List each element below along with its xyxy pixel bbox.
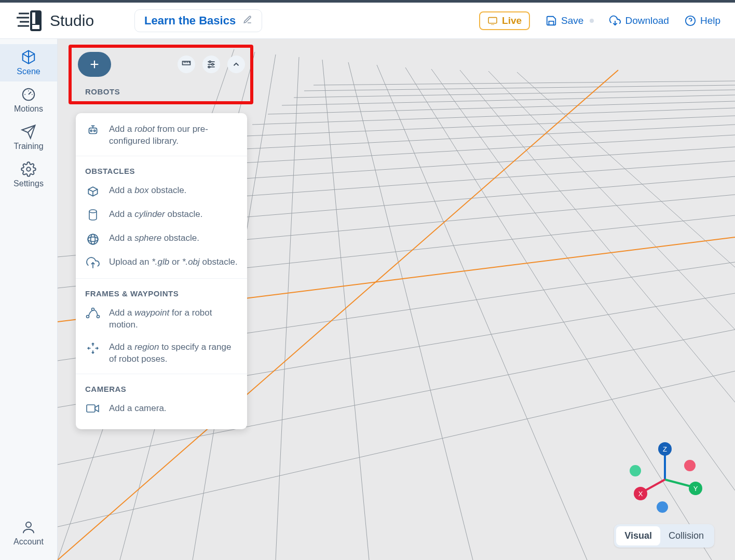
svg-point-57 bbox=[657, 501, 668, 513]
upload-icon bbox=[85, 256, 101, 270]
upload-obstacle-row[interactable]: Upload an *.glb or *.obj obstacle. bbox=[76, 251, 247, 275]
add-cylinder-text: Add a cylinder obstacle. bbox=[109, 209, 203, 221]
orientation-gizmo[interactable]: Z Y X bbox=[626, 441, 704, 518]
download-button[interactable]: Download bbox=[609, 15, 669, 26]
svg-point-12 bbox=[26, 522, 31, 527]
top-bar: Studio Learn the Basics Live Save Downlo… bbox=[0, 0, 735, 39]
project-title: Learn the Basics bbox=[144, 14, 236, 28]
svg-point-62 bbox=[209, 61, 211, 62]
svg-point-11 bbox=[26, 167, 31, 171]
add-button[interactable] bbox=[78, 52, 111, 77]
add-region-row[interactable]: Add a region to specify a range of robot… bbox=[76, 336, 247, 371]
add-waypoint-row[interactable]: Add a waypoint for a robot motion. bbox=[76, 302, 247, 336]
svg-point-70 bbox=[89, 210, 97, 213]
svg-point-69 bbox=[94, 130, 96, 131]
live-label: Live bbox=[502, 15, 522, 26]
robot-icon bbox=[85, 124, 101, 137]
add-region-text: Add a region to specify a range of robot… bbox=[109, 342, 238, 365]
cylinder-icon bbox=[85, 209, 101, 222]
svg-point-68 bbox=[90, 130, 92, 131]
plus-icon bbox=[89, 59, 100, 70]
send-icon bbox=[21, 124, 36, 140]
left-rail: Scene Motions Training Settings Account bbox=[0, 39, 58, 560]
svg-rect-2 bbox=[32, 25, 39, 29]
add-camera-row[interactable]: Add a camera. bbox=[76, 398, 247, 420]
svg-text:X: X bbox=[638, 490, 643, 498]
svg-point-64 bbox=[212, 63, 213, 65]
section-robots-title-hl: ROBOTS bbox=[72, 81, 250, 100]
project-title-pill[interactable]: Learn the Basics bbox=[134, 9, 262, 32]
section-obstacles-title: OBSTACLES bbox=[76, 159, 247, 180]
svg-point-72 bbox=[88, 237, 98, 242]
svg-point-66 bbox=[208, 66, 210, 67]
svg-point-77 bbox=[97, 315, 100, 318]
svg-point-56 bbox=[684, 460, 696, 471]
rail-motions-label: Motions bbox=[14, 104, 43, 114]
svg-rect-78 bbox=[87, 405, 95, 412]
waypoint-icon bbox=[85, 307, 101, 319]
chevron-up-icon bbox=[232, 60, 241, 69]
add-robot-text: Add a robot from our pre-configured libr… bbox=[109, 124, 238, 147]
help-button[interactable]: Help bbox=[685, 15, 720, 26]
rail-item-motions[interactable]: Motions bbox=[0, 81, 57, 119]
save-button[interactable]: Save bbox=[546, 15, 594, 26]
svg-rect-7 bbox=[488, 17, 497, 23]
sliders-icon bbox=[206, 59, 216, 70]
rail-item-account[interactable]: Account bbox=[0, 514, 57, 552]
logo-icon bbox=[17, 8, 44, 33]
rail-account-label: Account bbox=[13, 537, 44, 547]
app-logo: Studio bbox=[17, 8, 94, 33]
save-status-dot bbox=[590, 19, 594, 23]
live-button[interactable]: Live bbox=[479, 11, 530, 30]
add-sphere-row[interactable]: Add a sphere obstacle. bbox=[76, 227, 247, 251]
region-icon bbox=[85, 342, 101, 355]
gauge-icon bbox=[21, 87, 36, 102]
download-label: Download bbox=[625, 15, 669, 26]
top-actions: Live Save Download Help bbox=[479, 11, 720, 30]
svg-point-71 bbox=[88, 234, 98, 244]
upload-obstacle-text: Upload an *.glb or *.obj obstacle. bbox=[109, 256, 238, 268]
viz-visual[interactable]: Visual bbox=[616, 526, 660, 545]
svg-text:Y: Y bbox=[693, 485, 698, 493]
ruler-button[interactable] bbox=[178, 56, 195, 73]
section-frames-title: FRAMES & WAYPOINTS bbox=[76, 282, 247, 302]
rail-item-training[interactable]: Training bbox=[0, 119, 57, 156]
box-icon bbox=[85, 185, 101, 198]
svg-point-75 bbox=[87, 315, 89, 318]
viz-collision[interactable]: Collision bbox=[660, 526, 712, 545]
svg-text:Z: Z bbox=[663, 445, 667, 453]
add-robot-row[interactable]: Add a robot from our pre-configured libr… bbox=[76, 118, 247, 153]
viz-mode-toggle[interactable]: Visual Collision bbox=[614, 524, 714, 548]
sliders-button[interactable] bbox=[202, 56, 220, 73]
save-label: Save bbox=[561, 15, 583, 26]
svg-rect-1 bbox=[32, 12, 35, 24]
add-cylinder-row[interactable]: Add a cylinder obstacle. bbox=[76, 203, 247, 227]
rail-settings-label: Settings bbox=[13, 179, 44, 188]
rail-training-label: Training bbox=[13, 142, 43, 151]
app-name: Studio bbox=[50, 12, 94, 30]
rail-item-settings[interactable]: Settings bbox=[0, 156, 57, 194]
help-label: Help bbox=[700, 15, 720, 26]
add-sphere-text: Add a sphere obstacle. bbox=[109, 233, 199, 244]
svg-point-55 bbox=[630, 465, 641, 476]
add-box-text: Add a box obstacle. bbox=[109, 185, 186, 197]
section-cameras-title: CAMERAS bbox=[76, 377, 247, 398]
ruler-icon bbox=[181, 59, 192, 70]
collapse-button[interactable] bbox=[227, 56, 245, 73]
add-camera-text: Add a camera. bbox=[109, 403, 167, 415]
cube-icon bbox=[21, 49, 36, 65]
sphere-icon bbox=[85, 233, 101, 246]
add-menu-panel: Add a robot from our pre-configured libr… bbox=[76, 113, 247, 429]
gear-icon bbox=[21, 161, 36, 177]
svg-point-76 bbox=[92, 308, 94, 310]
highlight-box: ROBOTS bbox=[69, 45, 253, 104]
edit-title-icon[interactable] bbox=[243, 15, 252, 26]
rail-scene-label: Scene bbox=[17, 67, 40, 76]
add-box-row[interactable]: Add a box obstacle. bbox=[76, 180, 247, 203]
add-waypoint-text: Add a waypoint for a robot motion. bbox=[109, 307, 238, 331]
rail-item-scene[interactable]: Scene bbox=[0, 44, 57, 81]
scene-panel-header bbox=[72, 51, 250, 81]
svg-point-73 bbox=[91, 234, 96, 244]
camera-icon bbox=[85, 403, 101, 414]
user-icon bbox=[21, 520, 36, 535]
